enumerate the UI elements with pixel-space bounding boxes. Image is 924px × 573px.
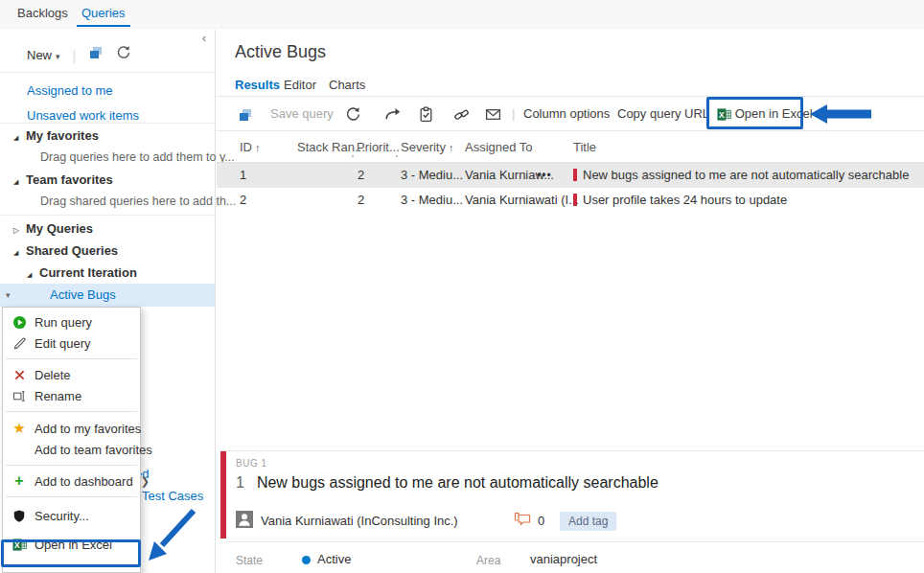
cell-id: 1: [240, 163, 246, 188]
state-value[interactable]: Active: [317, 552, 351, 566]
menu-item-add-to-dashboard[interactable]: + Add to dashboard ❯: [3, 470, 140, 492]
flat-view-icon[interactable]: [238, 97, 253, 131]
menu-item-edit-query[interactable]: Edit query: [3, 332, 140, 354]
save-query-button[interactable]: Save query: [270, 97, 334, 131]
submenu-chevron-icon: ❯: [141, 475, 150, 488]
sort-asc-icon: ↑: [449, 142, 454, 153]
annotation-arrow-menu: [140, 506, 201, 569]
column-header-title[interactable]: Title: [573, 131, 596, 163]
menu-item-rename[interactable]: Rename: [3, 385, 140, 406]
new-query-button[interactable]: New▾: [27, 44, 60, 68]
sidebar-link-assigned-to-me[interactable]: Assigned to me: [0, 79, 215, 103]
annotation-box-menu-open-in-excel: [1, 539, 141, 567]
column-divider: [352, 155, 354, 157]
tree-node-shared-queries[interactable]: ◢Shared Queries: [0, 240, 215, 262]
tab-editor[interactable]: Editor: [284, 78, 316, 92]
cell-priority: 2: [358, 188, 364, 213]
menu-item-security[interactable]: Security...: [3, 505, 140, 526]
cell-title[interactable]: User profile takes 24 hours to update: [573, 188, 787, 213]
rename-icon: [12, 388, 27, 403]
cell-title[interactable]: New bugs assigned to me are not automati…: [573, 163, 909, 188]
toolbar-divider: |: [512, 97, 515, 131]
column-header-stack-rank[interactable]: Stack Ran...: [297, 131, 365, 163]
column-divider: [396, 155, 398, 157]
top-nav: Backlogs Queries: [0, 0, 924, 29]
refresh-icon[interactable]: [345, 97, 361, 131]
link-icon[interactable]: [453, 97, 470, 131]
plus-icon: +: [12, 473, 27, 489]
work-item-title: 1New bugs assigned to me are not automat…: [236, 474, 658, 492]
menu-item-add-to-team-favorites[interactable]: Add to team favorites: [3, 439, 140, 460]
star-icon: ★: [12, 421, 27, 436]
work-item-id: 1: [236, 474, 244, 491]
annotation-box-toolbar-open-in-excel: [706, 97, 803, 129]
context-menu-caret-icon[interactable]: ▾: [6, 284, 11, 307]
flat-view-icon[interactable]: [88, 45, 104, 67]
expanded-triangle-icon[interactable]: ◢: [13, 126, 26, 149]
area-value[interactable]: vaniaproject: [530, 552, 597, 566]
table-row[interactable]: 1 2 3 - Mediu... Vania Kurniaw... ••• Ne…: [217, 163, 924, 188]
copy-query-url-button[interactable]: Copy query URL: [617, 97, 709, 131]
menu-item-delete[interactable]: Delete: [3, 364, 140, 385]
pencil-icon: [12, 335, 27, 351]
menu-separator: [6, 496, 137, 497]
tree-node-my-favorites[interactable]: ◢My favorites: [0, 125, 215, 147]
tab-results[interactable]: Results: [235, 78, 280, 92]
table-row[interactable]: 2 2 3 - Mediu... Vania Kurniawati (I... …: [217, 188, 924, 213]
tree-node-current-iteration[interactable]: ◢Current Iteration: [0, 262, 215, 284]
avatar: [236, 511, 253, 531]
column-header-id[interactable]: ID↑: [240, 131, 261, 163]
bug-type-bar: [573, 194, 577, 206]
tab-queries[interactable]: Queries: [77, 0, 130, 27]
refresh-icon[interactable]: [116, 45, 131, 67]
comments-control[interactable]: 0: [514, 512, 544, 529]
menu-separator: [6, 465, 137, 466]
comment-icon: [514, 512, 531, 530]
column-header-severity[interactable]: Severity↑: [401, 131, 453, 163]
collapsed-triangle-icon[interactable]: ▷: [13, 219, 26, 241]
query-context-menu: Run query Edit query Delete Rename ★ Add…: [2, 307, 141, 573]
menu-separator: [6, 411, 137, 412]
cell-severity: 3 - Mediu...: [401, 188, 463, 213]
sort-asc-icon: ↑: [255, 142, 261, 153]
row-more-icon[interactable]: •••: [537, 163, 552, 188]
comment-count: 0: [538, 514, 544, 528]
work-item-type-label: BUG 1: [236, 458, 267, 469]
cell-id: 2: [240, 188, 246, 213]
my-favorites-hint: Drag queries here to add them to y...: [0, 147, 215, 169]
tree-node-my-queries[interactable]: ▷My Queries: [0, 218, 215, 240]
obscured-query-test-cases[interactable]: Test Cases: [142, 489, 203, 503]
column-options-button[interactable]: Column options: [523, 97, 610, 131]
redo-arrow-icon[interactable]: [384, 97, 401, 131]
cell-priority: 2: [358, 163, 364, 188]
add-tag-button[interactable]: Add tag: [560, 512, 616, 531]
menu-item-add-to-my-favorites[interactable]: ★ Add to my favorites: [3, 418, 140, 439]
state-label: State: [236, 554, 263, 567]
delete-x-icon: [12, 367, 27, 382]
tab-charts[interactable]: Charts: [329, 78, 365, 92]
assignee-field[interactable]: Vania Kurniawati (InConsulting Inc.): [236, 511, 458, 530]
menu-separator: [6, 358, 137, 359]
state-active-dot: [302, 556, 311, 564]
expanded-triangle-icon[interactable]: ◢: [27, 264, 39, 286]
column-header-priority[interactable]: Priorit...: [357, 131, 400, 163]
expanded-triangle-icon[interactable]: ◢: [13, 171, 26, 193]
menu-item-run-query[interactable]: Run query: [3, 311, 140, 332]
sidebar-collapse-icon[interactable]: ‹: [202, 31, 206, 45]
sidebar-divider: [0, 215, 215, 216]
shield-icon: [12, 508, 27, 523]
sidebar-divider: [0, 123, 215, 124]
column-header-assigned-to[interactable]: Assigned To: [465, 131, 533, 163]
cell-severity: 3 - Mediu...: [401, 163, 463, 188]
tree-node-active-bugs-selected[interactable]: ▾ Active Bugs: [0, 284, 215, 307]
annotation-arrow-toolbar: [808, 102, 873, 127]
clipboard-check-icon[interactable]: [418, 97, 434, 131]
tab-backlogs[interactable]: Backlogs: [17, 0, 68, 27]
team-favorites-hint: Drag shared queries here to add th...: [0, 191, 215, 213]
results-table-header: ID↑ Stack Ran... Priorit... Severity↑ As…: [217, 131, 924, 163]
tree-node-team-favorites[interactable]: ◢Team favorites: [0, 169, 215, 191]
expanded-triangle-icon[interactable]: ◢: [13, 241, 26, 264]
blank-icon-space: [12, 442, 27, 457]
detail-fields-divider: [226, 541, 924, 542]
email-icon[interactable]: [485, 97, 501, 131]
